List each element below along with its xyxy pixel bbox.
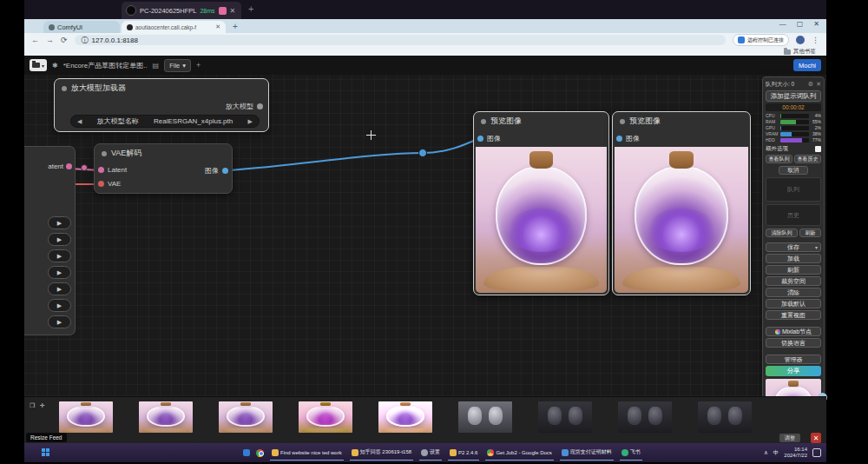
node-upscale-model-loader[interactable]: 放大模型加载器 放大模型 ◀ 放大模型名称 RealESRGAN_x4plus.…	[54, 78, 269, 132]
upscale-model-output-slot[interactable]: 放大模型	[226, 102, 263, 111]
file-menu-button[interactable]: File ▾	[164, 59, 191, 72]
url-bar[interactable]: ⓘ 127.0.0.1:8188	[75, 35, 726, 45]
image-output-slot[interactable]: 图像	[205, 166, 228, 176]
back-icon[interactable]: ←	[31, 36, 39, 44]
mixlab-nodes-button[interactable]: Mixlab节点	[766, 327, 821, 336]
node-title[interactable]: 放大模型加载器	[55, 79, 268, 96]
taskbar-app[interactable]: 知乎回答 230619-t158	[350, 446, 413, 461]
gear-icon[interactable]: ⚙	[808, 81, 813, 88]
preview-image-1[interactable]	[476, 147, 607, 293]
latent-output-dot[interactable]	[66, 163, 72, 169]
clipspace-button[interactable]: 裁剪空间	[766, 276, 821, 286]
feed-pin-icon[interactable]: ✛	[40, 402, 45, 409]
node-preview-image-2[interactable]: 预览图像 图像	[612, 111, 751, 295]
cancel-button[interactable]: 取消	[779, 166, 808, 175]
tray-expand-icon[interactable]: ∧	[764, 449, 768, 456]
slot-dot[interactable]	[477, 136, 483, 142]
image-input-slot[interactable]: 图像	[477, 134, 501, 143]
load-button[interactable]: 加载	[766, 254, 821, 263]
other-bookmarks-button[interactable]: 其他书签	[784, 48, 816, 56]
record-icon[interactable]	[219, 7, 227, 15]
slot-dot[interactable]	[222, 168, 228, 174]
close-tab-icon[interactable]: ✕	[215, 23, 220, 30]
slot-dot[interactable]	[98, 181, 104, 187]
new-session-button[interactable]: +	[248, 3, 253, 14]
feed-thumbnail[interactable]	[139, 401, 193, 433]
load-default-button[interactable]: 加载默认	[766, 299, 821, 308]
view-history-button[interactable]: 查看历史	[794, 155, 821, 163]
new-tab-button[interactable]: +	[233, 22, 238, 31]
remote-extension-pill[interactable]: 远程控制已连接	[733, 34, 789, 46]
tab-comfyui[interactable]: ComfyUI	[43, 21, 120, 33]
feed-thumbnail[interactable]	[378, 401, 432, 433]
feed-thumbnail[interactable]	[538, 401, 592, 433]
taskbar-app[interactable]: 飞书	[620, 446, 642, 461]
feed-thumbnail[interactable]	[59, 401, 113, 433]
feed-thumbnail[interactable]	[219, 401, 273, 433]
start-button[interactable]	[42, 448, 50, 457]
reload-icon[interactable]: ⟳	[61, 36, 68, 44]
forward-icon[interactable]: →	[46, 36, 54, 44]
remote-session-tab[interactable]: PC-20240625HFPL 28ms ✕	[122, 2, 241, 19]
site-info-icon[interactable]: ⓘ	[82, 36, 89, 45]
close-session-icon[interactable]: ✕	[230, 7, 236, 15]
taskbar-clock[interactable]: 16:14 2024/7/22	[784, 447, 807, 459]
queue-prompt-button[interactable]: 添加提示词队列	[766, 90, 821, 102]
prev-arrow-icon[interactable]: ◀	[77, 118, 82, 125]
node-title[interactable]: 预览图像	[474, 112, 608, 129]
extra-options-checkbox[interactable]	[815, 146, 821, 152]
collapsed-widget[interactable]: ▶	[48, 299, 71, 312]
vae-input-slot[interactable]: VAE	[98, 180, 121, 188]
taskbar-app[interactable]: Find website nice ted work	[270, 446, 344, 461]
slot-dot[interactable]	[616, 136, 622, 142]
manager-button[interactable]: 管理器	[766, 355, 821, 364]
profile-avatar[interactable]	[796, 36, 805, 44]
upscale-model-name-widget[interactable]: ◀ 放大模型名称 RealESRGAN_x4plus.pth ▶	[70, 115, 260, 128]
save-workflow-icon[interactable]: ▤	[153, 62, 160, 70]
collapsed-widget[interactable]: ▶	[48, 233, 71, 246]
maximize-button[interactable]: ▢	[797, 20, 804, 28]
close-icon[interactable]: ✕	[816, 81, 821, 88]
ime-indicator[interactable]: 中	[773, 449, 779, 457]
refresh-button[interactable]: 刷新	[766, 265, 821, 275]
collapsed-widget[interactable]: ▶	[48, 266, 71, 279]
taskbar-app[interactable]: 设置	[419, 446, 442, 461]
close-window-button[interactable]: ✕	[813, 20, 819, 28]
collapsed-widget[interactable]: ▶	[48, 282, 71, 295]
taskbar-app[interactable]: P2 2.4.6	[448, 446, 479, 461]
browser-menu-icon[interactable]: ⋮	[812, 36, 819, 44]
minimize-button[interactable]: —	[779, 20, 786, 28]
save-button[interactable]: 保存 ▾	[766, 242, 821, 252]
node-vae-decode[interactable]: VAE解码 Latent VAE 图像	[94, 143, 233, 194]
collapsed-widget[interactable]: ▶	[48, 249, 71, 262]
tab-other[interactable]: aoutiaocenter.call.cakp-f ✕	[122, 21, 226, 33]
node-title[interactable]: 预览图像	[613, 112, 750, 129]
offscreen-node[interactable]: atent ▶ ▶ ▶ ▶ ▶ ▶ ▶	[24, 146, 76, 335]
refresh-button-small[interactable]: 刷新	[799, 229, 821, 237]
latent-output-slot[interactable]: atent	[48, 162, 72, 170]
feed-thumbnail[interactable]	[618, 401, 672, 433]
feed-thumbnail[interactable]	[458, 401, 512, 433]
feed-thumbnail[interactable]	[698, 401, 752, 433]
chrome-icon[interactable]	[256, 449, 264, 457]
resize-feed-badge[interactable]: Resize Feed	[26, 433, 67, 442]
next-arrow-icon[interactable]: ▶	[248, 118, 253, 125]
notification-icon[interactable]	[812, 448, 821, 457]
pinned-app-icon[interactable]	[243, 449, 250, 456]
feed-close-button[interactable]: ✕	[811, 433, 821, 443]
view-queue-button[interactable]: 查看队列	[766, 155, 792, 163]
feed-adjust-button[interactable]: 调整	[779, 434, 800, 442]
chevron-down-icon[interactable]: ▾	[815, 244, 818, 250]
preview-image-2[interactable]	[615, 147, 748, 293]
feed-doc-icon[interactable]: ❐	[30, 402, 35, 409]
node-title[interactable]: VAE解码	[95, 144, 232, 161]
collapsed-widget[interactable]: ▶	[48, 216, 71, 229]
taskbar-app[interactable]: 现货支付证明材料	[560, 446, 614, 461]
clear-button[interactable]: 清除	[766, 288, 821, 297]
switch-language-button[interactable]: 切换语言	[766, 338, 821, 348]
slot-dot[interactable]	[257, 103, 263, 109]
add-workflow-button[interactable]: +	[196, 61, 201, 70]
share-button[interactable]: 分享	[766, 366, 821, 376]
image-input-slot[interactable]: 图像	[616, 134, 640, 143]
node-preview-image-1[interactable]: 预览图像 图像	[473, 111, 609, 295]
